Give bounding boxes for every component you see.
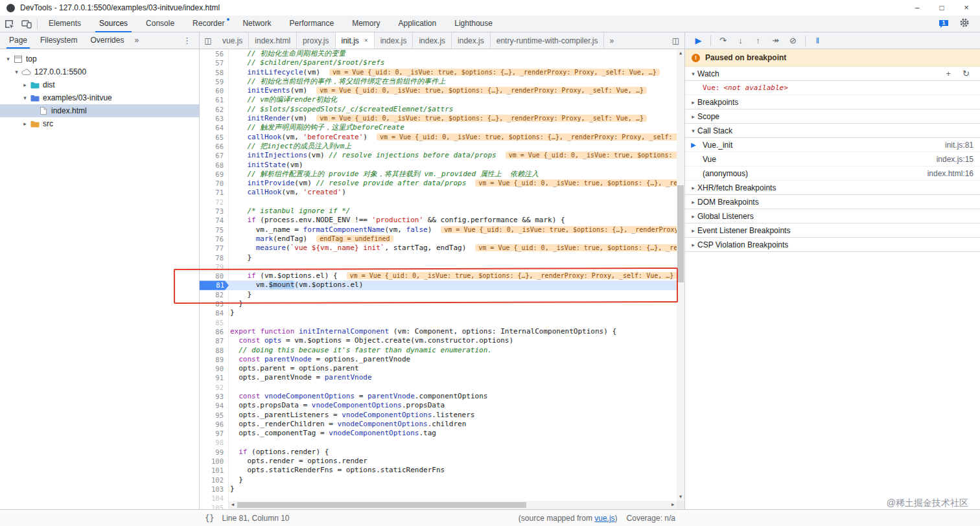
code-line-content[interactable]: initState(vm) <box>229 161 677 170</box>
tab-performance[interactable]: Performance <box>280 16 343 32</box>
code-line-content[interactable]: export function initInternalComponent (v… <box>229 327 677 336</box>
code-line-content[interactable]: initRender(vm)vm = Vue {_uid: 0, _isVue:… <box>229 114 677 123</box>
chevron-down-icon[interactable]: ▾ <box>21 95 29 101</box>
code-line-content[interactable]: } <box>229 290 677 299</box>
gutter-line-number[interactable]: 95 <box>200 411 229 420</box>
gutter-line-number[interactable]: 65 <box>200 133 229 142</box>
gutter-line-number[interactable]: 70 <box>200 179 229 188</box>
tab-application[interactable]: Application <box>390 16 446 32</box>
gutter-line-number[interactable]: 77 <box>200 244 229 253</box>
code-line-content[interactable]: opts.render = options.render <box>229 457 677 466</box>
gutter-line-number[interactable]: 62 <box>200 105 229 114</box>
editor-tab-index-html[interactable]: index.html <box>249 32 297 49</box>
gutter-line-number[interactable]: 85 <box>200 318 229 327</box>
tree-item-src[interactable]: ▸src <box>0 117 199 130</box>
scroll-down-arrow[interactable]: ▼ <box>677 493 684 501</box>
code-line-content[interactable]: vm.$mount(vm.$options.el) <box>229 280 677 290</box>
code-line-content[interactable]: opts._componentTag = vnodeComponentOptio… <box>229 429 677 438</box>
code-line-content[interactable]: // 初始化生命周期相关的变量 <box>229 49 677 58</box>
tab-sources[interactable]: Sources <box>90 16 137 32</box>
code-line-content[interactable]: // 解析组件配置项上的 provide 对象，将其挂载到 vm._provid… <box>229 170 677 179</box>
code-line-content[interactable]: // $children/$parent/$root/$refs <box>229 58 677 67</box>
section-csp-violation-breakpoints[interactable]: ▸CSP Violation Breakpoints <box>685 238 980 252</box>
editor-tab-entry-runtime-with-compiler-js[interactable]: entry-runtime-with-compiler.js <box>491 32 605 49</box>
gutter-line-number[interactable]: 74 <box>200 216 229 225</box>
step-over-button[interactable]: ↷ <box>715 33 731 49</box>
code-line-content[interactable]: vm._name = formatComponentName(vm, false… <box>229 225 677 234</box>
gutter-line-number[interactable]: 79 <box>200 262 229 271</box>
section-watch[interactable]: ▾ Watch + ↻ <box>685 67 980 81</box>
tree-item-127-0-0-1-5500[interactable]: ▾127.0.0.1:5500 <box>0 65 199 78</box>
gutter-line-number[interactable]: 97 <box>200 429 229 438</box>
gutter-line-number[interactable]: 73 <box>200 207 229 216</box>
pause-on-exceptions-button[interactable]: ‖ <box>810 33 826 49</box>
code-line-content[interactable] <box>229 383 677 392</box>
frame-location[interactable]: index.js:15 <box>937 155 974 164</box>
chevron-down-icon[interactable]: ▾ <box>12 69 21 75</box>
source-map-link[interactable]: vue.js <box>594 514 614 523</box>
tree-item-examples-03-initvue[interactable]: ▾examples/03-initvue <box>0 91 199 104</box>
editor-tab-index-js[interactable]: index.js <box>452 32 491 49</box>
navigator-tab-overrides[interactable]: Overrides <box>84 32 130 49</box>
code-line-content[interactable]: if (process.env.NODE_ENV !== 'production… <box>229 216 677 225</box>
code-line-content[interactable]: // $slots/$scopedSlots/_c/$createdElemne… <box>229 105 677 114</box>
call-stack-frame-vue[interactable]: Vueindex.js:15 <box>685 152 980 166</box>
breakpoint-line-number[interactable]: 81 <box>200 280 229 290</box>
gutter-line-number[interactable]: 102 <box>200 475 229 485</box>
tree-item-top[interactable]: ▾top <box>0 52 199 65</box>
gutter-line-number[interactable]: 93 <box>200 392 229 401</box>
step-out-button[interactable]: ↑ <box>750 33 766 49</box>
gutter-line-number[interactable]: 103 <box>200 485 229 494</box>
code-line-content[interactable] <box>229 318 677 327</box>
editor-panel-icon[interactable]: ◫ <box>672 32 684 49</box>
code-line-content[interactable]: const vnodeComponentOptions = parentVnod… <box>229 392 677 401</box>
code-line-content[interactable]: opts._renderChildren = vnodeComponentOpt… <box>229 420 677 429</box>
gutter-line-number[interactable]: 61 <box>200 95 229 104</box>
gutter-line-number[interactable]: 76 <box>200 234 229 244</box>
call-stack-frame-vue-init[interactable]: ▶Vue._initinit.js:81 <box>685 138 980 152</box>
scroll-left-arrow[interactable]: ◀ <box>229 501 237 509</box>
code-line-content[interactable]: } <box>229 299 677 308</box>
code-line-content[interactable]: initLifecycle(vm)vm = Vue {_uid: 0, _isV… <box>229 68 677 77</box>
code-line-content[interactable]: opts.propsData = vnodeComponentOptions.p… <box>229 401 677 410</box>
more-options-icon[interactable]: ⋮ <box>175 32 199 49</box>
window-maximize-button[interactable]: □ <box>932 1 951 15</box>
code-line-content[interactable]: const opts = vm.$options = Object.create… <box>229 336 677 345</box>
code-line-content[interactable]: // 把inject的成员注入到vm上 <box>229 142 677 151</box>
navigator-tab-filesystem[interactable]: Filesystem <box>34 32 84 49</box>
scroll-up-arrow[interactable]: ▲ <box>677 49 684 57</box>
code-line-content[interactable]: callHook(vm, 'created') <box>229 188 677 197</box>
code-line-content[interactable]: mark(endTag)endTag = undefined <box>229 234 677 244</box>
section-dom-breakpoints[interactable]: ▸DOM Breakpoints <box>685 195 980 209</box>
gutter-line-number[interactable]: 104 <box>200 494 229 503</box>
tree-item-index-html[interactable]: index.html <box>0 104 199 117</box>
gutter-line-number[interactable]: 72 <box>200 198 229 207</box>
code-line-content[interactable]: initProvide(vm) // resolve provide after… <box>229 179 677 188</box>
code-line-content[interactable]: if (options.render) { <box>229 448 677 457</box>
chevron-down-icon[interactable]: ▾ <box>4 56 12 62</box>
editor-tab-index-js[interactable]: index.js <box>413 32 452 49</box>
code-editor[interactable]: 56 // 初始化生命周期相关的变量57 // $children/$paren… <box>200 49 684 509</box>
gutter-line-number[interactable]: 82 <box>200 290 229 299</box>
editor-tab-proxy-js[interactable]: proxy.js <box>297 32 335 49</box>
device-toolbar-icon[interactable] <box>18 16 35 32</box>
issues-icon[interactable]: 1 <box>939 19 949 29</box>
gutter-line-number[interactable]: 99 <box>200 448 229 457</box>
watch-expression-vue[interactable]: Vue:<not available> <box>685 81 980 95</box>
tree-item-dist[interactable]: ▸dist <box>0 78 199 91</box>
code-line-content[interactable]: } <box>229 308 677 317</box>
frame-location[interactable]: init.js:81 <box>945 141 974 150</box>
gutter-line-number[interactable]: 66 <box>200 142 229 151</box>
code-line-content[interactable]: initEvents(vm)vm = Vue {_uid: 0, _isVue:… <box>229 86 677 95</box>
code-line-content[interactable]: const parentVnode = options._parentVnode <box>229 355 677 364</box>
gutter-line-number[interactable]: 105 <box>200 503 229 509</box>
window-close-button[interactable]: × <box>957 1 976 15</box>
gutter-line-number[interactable]: 101 <box>200 466 229 475</box>
gutter-line-number[interactable]: 100 <box>200 457 229 466</box>
settings-gear-icon[interactable] <box>959 17 970 30</box>
gutter-line-number[interactable]: 64 <box>200 123 229 132</box>
step-into-button[interactable]: ↓ <box>732 33 749 49</box>
scroll-right-arrow[interactable]: ▶ <box>669 501 677 509</box>
navigator-tab-page[interactable]: Page <box>3 32 34 49</box>
gutter-line-number[interactable]: 75 <box>200 225 229 234</box>
